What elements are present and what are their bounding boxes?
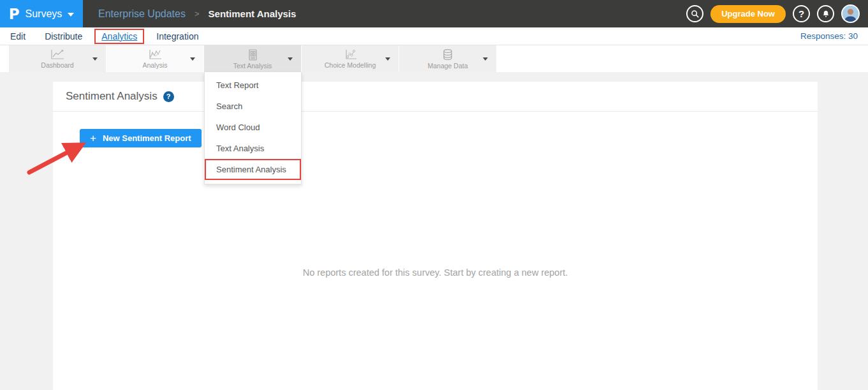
tab-label: Manage Data [427, 62, 467, 70]
new-report-button-label: New Sentiment Report [103, 133, 191, 143]
empty-state-message: No reports created for this survey. Star… [53, 267, 818, 278]
tab-choice-modelling[interactable]: Choice Modelling [302, 45, 399, 72]
nav-item-integration[interactable]: Integration [156, 31, 198, 41]
newspaper-icon [246, 49, 259, 61]
menu-item-sentiment-analysis[interactable]: Sentiment Analysis [205, 159, 301, 180]
survey-nav-bar: Edit Distribute Analytics Integration Re… [0, 27, 868, 45]
help-icon[interactable]: ? [163, 91, 174, 102]
product-name: Surveys [26, 8, 63, 20]
menu-item-search[interactable]: Search [205, 96, 301, 117]
chevron-down-icon[interactable] [385, 57, 390, 61]
survey-nav-items: Edit Distribute Analytics Integration [10, 29, 217, 44]
tab-label: Analysis [142, 61, 167, 69]
bell-icon [821, 10, 830, 19]
breadcrumb-separator: > [195, 9, 200, 19]
nav-item-analytics[interactable]: Analytics [94, 29, 144, 44]
tab-dashboard[interactable]: Dashboard [9, 45, 107, 72]
page-title: Sentiment Analysis [66, 90, 158, 103]
panel-header: Sentiment Analysis ? [53, 82, 818, 112]
tab-label: Choice Modelling [325, 61, 376, 69]
upgrade-now-button[interactable]: Upgrade Now [710, 5, 786, 23]
chevron-down-icon[interactable] [483, 57, 488, 61]
menu-item-text-report[interactable]: Text Report [205, 75, 301, 96]
chevron-down-icon[interactable] [92, 57, 98, 61]
sentiment-analysis-panel: Sentiment Analysis ? + New Sentiment Rep… [53, 82, 818, 390]
avatar-photo-icon [842, 6, 858, 22]
chevron-down-icon[interactable] [190, 57, 195, 61]
breadcrumb: Enterprise Updates > Sentiment Analysis [98, 8, 296, 20]
responses-count[interactable]: Responses: 30 [800, 31, 858, 41]
search-icon [691, 10, 700, 19]
top-header: P Surveys Enterprise Updates > Sentiment… [0, 0, 868, 27]
user-avatar[interactable] [841, 4, 860, 23]
nav-item-edit[interactable]: Edit [10, 31, 26, 41]
chevron-down-icon [68, 13, 74, 17]
chevron-down-icon[interactable] [288, 57, 293, 61]
search-button[interactable] [686, 5, 703, 22]
tab-text-analysis[interactable]: Text Analysis [204, 45, 302, 72]
menu-item-word-cloud[interactable]: Word Cloud [205, 117, 301, 138]
questionpro-logo-icon: P [9, 6, 20, 22]
header-actions: Upgrade Now ? [686, 4, 860, 23]
database-icon [441, 49, 454, 61]
multi-line-chart-icon [147, 49, 163, 61]
help-button[interactable]: ? [793, 5, 810, 22]
tab-analysis[interactable]: Analysis [107, 45, 204, 72]
text-analysis-dropdown-menu: Text Report Search Word Cloud Text Analy… [204, 72, 302, 184]
tab-label: Text Analysis [233, 62, 272, 70]
question-mark-icon: ? [798, 8, 804, 19]
menu-item-text-analysis[interactable]: Text Analysis [205, 138, 301, 159]
notifications-button[interactable] [817, 5, 834, 22]
breadcrumb-survey-name[interactable]: Enterprise Updates [98, 8, 186, 20]
scatter-line-chart-icon [342, 49, 358, 61]
analytics-toolbar: Dashboard Analysis Text Analysis Choice … [0, 45, 868, 72]
new-sentiment-report-button[interactable]: + New Sentiment Report [80, 129, 202, 147]
surveys-menu-button[interactable]: P Surveys [0, 0, 83, 27]
line-chart-icon [49, 49, 66, 61]
plus-icon: + [90, 133, 96, 144]
breadcrumb-current-page: Sentiment Analysis [209, 8, 297, 19]
tab-manage-data[interactable]: Manage Data [399, 45, 497, 72]
tab-label: Dashboard [41, 61, 73, 69]
nav-item-distribute[interactable]: Distribute [45, 31, 82, 41]
